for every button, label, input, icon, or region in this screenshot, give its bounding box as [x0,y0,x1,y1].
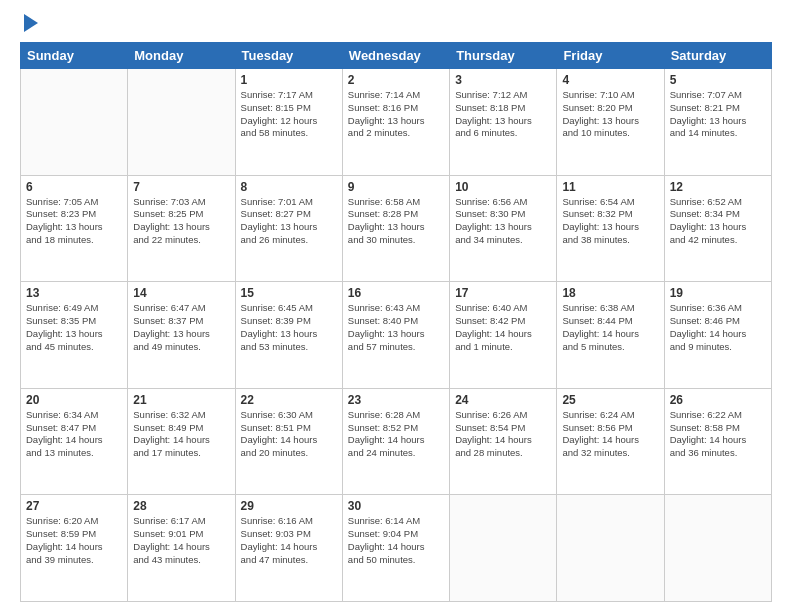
calendar-week-row: 20Sunrise: 6:34 AM Sunset: 8:47 PM Dayli… [21,388,772,495]
day-number: 1 [241,73,337,87]
calendar-day-cell: 7Sunrise: 7:03 AM Sunset: 8:25 PM Daylig… [128,175,235,282]
calendar-col-header: Wednesday [342,43,449,69]
day-number: 8 [241,180,337,194]
page: SundayMondayTuesdayWednesdayThursdayFrid… [0,0,792,612]
day-info: Sunrise: 7:07 AM Sunset: 8:21 PM Dayligh… [670,89,766,140]
day-info: Sunrise: 6:54 AM Sunset: 8:32 PM Dayligh… [562,196,658,247]
calendar-col-header: Saturday [664,43,771,69]
day-info: Sunrise: 6:38 AM Sunset: 8:44 PM Dayligh… [562,302,658,353]
calendar-day-cell: 2Sunrise: 7:14 AM Sunset: 8:16 PM Daylig… [342,69,449,176]
day-number: 11 [562,180,658,194]
calendar-day-cell: 29Sunrise: 6:16 AM Sunset: 9:03 PM Dayli… [235,495,342,602]
calendar-day-cell: 6Sunrise: 7:05 AM Sunset: 8:23 PM Daylig… [21,175,128,282]
day-number: 17 [455,286,551,300]
day-number: 5 [670,73,766,87]
day-number: 22 [241,393,337,407]
calendar-day-cell [664,495,771,602]
day-info: Sunrise: 6:28 AM Sunset: 8:52 PM Dayligh… [348,409,444,460]
calendar-col-header: Friday [557,43,664,69]
calendar-day-cell: 27Sunrise: 6:20 AM Sunset: 8:59 PM Dayli… [21,495,128,602]
calendar-day-cell: 25Sunrise: 6:24 AM Sunset: 8:56 PM Dayli… [557,388,664,495]
day-number: 15 [241,286,337,300]
calendar-day-cell [21,69,128,176]
calendar-col-header: Sunday [21,43,128,69]
calendar-day-cell: 18Sunrise: 6:38 AM Sunset: 8:44 PM Dayli… [557,282,664,389]
calendar-day-cell: 23Sunrise: 6:28 AM Sunset: 8:52 PM Dayli… [342,388,449,495]
day-info: Sunrise: 6:47 AM Sunset: 8:37 PM Dayligh… [133,302,229,353]
day-number: 27 [26,499,122,513]
calendar-day-cell: 4Sunrise: 7:10 AM Sunset: 8:20 PM Daylig… [557,69,664,176]
calendar-day-cell [450,495,557,602]
calendar-day-cell: 24Sunrise: 6:26 AM Sunset: 8:54 PM Dayli… [450,388,557,495]
day-info: Sunrise: 6:52 AM Sunset: 8:34 PM Dayligh… [670,196,766,247]
calendar-week-row: 27Sunrise: 6:20 AM Sunset: 8:59 PM Dayli… [21,495,772,602]
day-number: 10 [455,180,551,194]
day-info: Sunrise: 6:22 AM Sunset: 8:58 PM Dayligh… [670,409,766,460]
day-info: Sunrise: 6:16 AM Sunset: 9:03 PM Dayligh… [241,515,337,566]
day-number: 2 [348,73,444,87]
calendar-table: SundayMondayTuesdayWednesdayThursdayFrid… [20,42,772,602]
day-number: 4 [562,73,658,87]
calendar-day-cell: 26Sunrise: 6:22 AM Sunset: 8:58 PM Dayli… [664,388,771,495]
calendar-day-cell: 15Sunrise: 6:45 AM Sunset: 8:39 PM Dayli… [235,282,342,389]
day-info: Sunrise: 6:34 AM Sunset: 8:47 PM Dayligh… [26,409,122,460]
calendar-day-cell: 3Sunrise: 7:12 AM Sunset: 8:18 PM Daylig… [450,69,557,176]
calendar-week-row: 1Sunrise: 7:17 AM Sunset: 8:15 PM Daylig… [21,69,772,176]
calendar-day-cell [128,69,235,176]
day-info: Sunrise: 6:56 AM Sunset: 8:30 PM Dayligh… [455,196,551,247]
day-info: Sunrise: 6:45 AM Sunset: 8:39 PM Dayligh… [241,302,337,353]
day-info: Sunrise: 6:24 AM Sunset: 8:56 PM Dayligh… [562,409,658,460]
calendar-day-cell: 11Sunrise: 6:54 AM Sunset: 8:32 PM Dayli… [557,175,664,282]
calendar-day-cell: 8Sunrise: 7:01 AM Sunset: 8:27 PM Daylig… [235,175,342,282]
calendar-day-cell: 30Sunrise: 6:14 AM Sunset: 9:04 PM Dayli… [342,495,449,602]
day-info: Sunrise: 6:14 AM Sunset: 9:04 PM Dayligh… [348,515,444,566]
day-number: 7 [133,180,229,194]
day-info: Sunrise: 6:36 AM Sunset: 8:46 PM Dayligh… [670,302,766,353]
calendar-day-cell: 5Sunrise: 7:07 AM Sunset: 8:21 PM Daylig… [664,69,771,176]
day-info: Sunrise: 6:30 AM Sunset: 8:51 PM Dayligh… [241,409,337,460]
calendar-col-header: Monday [128,43,235,69]
day-info: Sunrise: 6:49 AM Sunset: 8:35 PM Dayligh… [26,302,122,353]
header [20,16,772,32]
calendar-day-cell: 21Sunrise: 6:32 AM Sunset: 8:49 PM Dayli… [128,388,235,495]
calendar-day-cell: 14Sunrise: 6:47 AM Sunset: 8:37 PM Dayli… [128,282,235,389]
calendar-day-cell [557,495,664,602]
day-number: 19 [670,286,766,300]
day-info: Sunrise: 7:01 AM Sunset: 8:27 PM Dayligh… [241,196,337,247]
calendar-day-cell: 16Sunrise: 6:43 AM Sunset: 8:40 PM Dayli… [342,282,449,389]
calendar-col-header: Tuesday [235,43,342,69]
day-number: 29 [241,499,337,513]
calendar-day-cell: 19Sunrise: 6:36 AM Sunset: 8:46 PM Dayli… [664,282,771,389]
day-number: 9 [348,180,444,194]
calendar-col-header: Thursday [450,43,557,69]
day-info: Sunrise: 7:14 AM Sunset: 8:16 PM Dayligh… [348,89,444,140]
day-number: 6 [26,180,122,194]
day-number: 14 [133,286,229,300]
day-info: Sunrise: 6:43 AM Sunset: 8:40 PM Dayligh… [348,302,444,353]
day-number: 25 [562,393,658,407]
day-number: 16 [348,286,444,300]
calendar-day-cell: 9Sunrise: 6:58 AM Sunset: 8:28 PM Daylig… [342,175,449,282]
day-info: Sunrise: 7:17 AM Sunset: 8:15 PM Dayligh… [241,89,337,140]
day-number: 12 [670,180,766,194]
day-info: Sunrise: 6:26 AM Sunset: 8:54 PM Dayligh… [455,409,551,460]
calendar-week-row: 6Sunrise: 7:05 AM Sunset: 8:23 PM Daylig… [21,175,772,282]
calendar-day-cell: 10Sunrise: 6:56 AM Sunset: 8:30 PM Dayli… [450,175,557,282]
day-number: 20 [26,393,122,407]
day-number: 26 [670,393,766,407]
day-number: 18 [562,286,658,300]
calendar-day-cell: 13Sunrise: 6:49 AM Sunset: 8:35 PM Dayli… [21,282,128,389]
day-number: 3 [455,73,551,87]
day-info: Sunrise: 6:58 AM Sunset: 8:28 PM Dayligh… [348,196,444,247]
day-info: Sunrise: 7:12 AM Sunset: 8:18 PM Dayligh… [455,89,551,140]
calendar-day-cell: 12Sunrise: 6:52 AM Sunset: 8:34 PM Dayli… [664,175,771,282]
day-number: 13 [26,286,122,300]
logo [20,16,38,32]
calendar-day-cell: 17Sunrise: 6:40 AM Sunset: 8:42 PM Dayli… [450,282,557,389]
day-number: 23 [348,393,444,407]
day-number: 21 [133,393,229,407]
day-info: Sunrise: 7:10 AM Sunset: 8:20 PM Dayligh… [562,89,658,140]
calendar-header-row: SundayMondayTuesdayWednesdayThursdayFrid… [21,43,772,69]
day-info: Sunrise: 6:17 AM Sunset: 9:01 PM Dayligh… [133,515,229,566]
day-number: 24 [455,393,551,407]
